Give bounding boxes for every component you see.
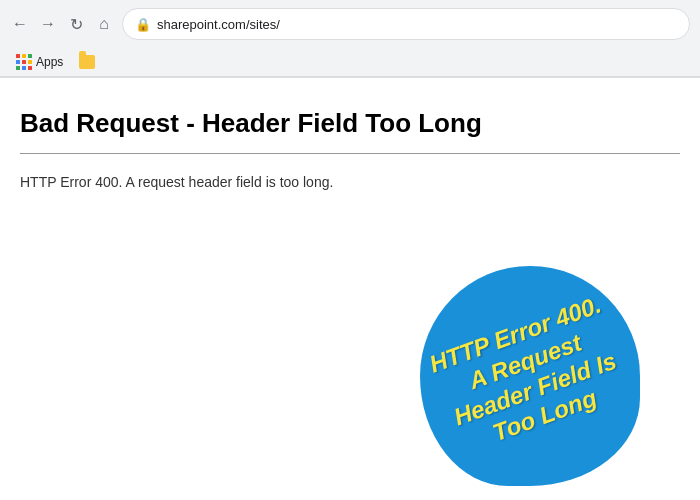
page-content: Bad Request - Header Field Too Long HTTP… (0, 78, 700, 500)
callout-bubble: HTTP Error 400. A Request Header Field I… (420, 266, 640, 486)
url-text: sharepoint.com/sites/ (157, 17, 677, 32)
error-title: Bad Request - Header Field Too Long (20, 108, 680, 139)
error-description: HTTP Error 400. A request header field i… (20, 174, 680, 190)
apps-grid-icon (16, 54, 32, 70)
apps-bookmark[interactable]: Apps (10, 52, 69, 72)
lock-icon: 🔒 (135, 17, 151, 32)
apps-label: Apps (36, 55, 63, 69)
address-bar[interactable]: 🔒 sharepoint.com/sites/ (122, 8, 690, 40)
back-button[interactable]: ← (10, 14, 30, 34)
browser-chrome: ← → ↻ ⌂ 🔒 sharepoint.com/sites/ Apps (0, 0, 700, 78)
callout-text: HTTP Error 400. A Request Header Field I… (413, 278, 648, 474)
divider (20, 153, 680, 154)
browser-toolbar: ← → ↻ ⌂ 🔒 sharepoint.com/sites/ (0, 0, 700, 48)
folder-icon (79, 55, 95, 69)
home-button[interactable]: ⌂ (94, 14, 114, 34)
forward-button[interactable]: → (38, 14, 58, 34)
refresh-button[interactable]: ↻ (66, 14, 86, 34)
bookmark-folder[interactable] (73, 53, 105, 71)
bookmarks-bar: Apps (0, 48, 700, 77)
